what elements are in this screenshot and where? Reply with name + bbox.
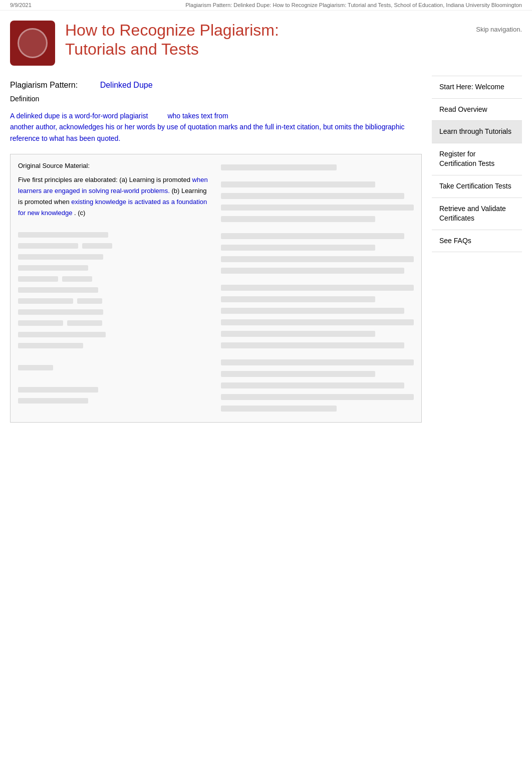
sidebar-item-take-tests[interactable]: Take Certification Tests	[432, 175, 522, 198]
definition-text: A delinked dupe is a word-for-word plagi…	[10, 110, 422, 144]
sidebar: Start Here: Welcome Read Overview Learn …	[432, 71, 522, 433]
sidebar-item-register-certification[interactable]: Register for Certification Tests	[432, 143, 522, 175]
definition-label: Definition	[10, 95, 422, 103]
logo	[10, 21, 55, 66]
sidebar-item-learn-tutorials[interactable]: Learn through Tutorials	[432, 121, 522, 143]
right-column	[221, 162, 414, 415]
page-title-bar: Plagiarism Pattern: Delinked Dupe: How t…	[185, 2, 522, 8]
date: 9/9/2021	[10, 2, 32, 8]
header-title: How to Recognize Plagiarism: Tutorials a…	[65, 21, 522, 59]
sidebar-item-read-overview[interactable]: Read Overview	[432, 99, 522, 121]
source-text: Five first principles are elaborated: (a…	[18, 174, 211, 407]
skip-navigation[interactable]: Skip navigation.	[476, 26, 522, 33]
content-area: Plagiarism Pattern: Delinked Dupe Defini…	[10, 71, 422, 433]
pattern-title: Plagiarism Pattern: Delinked Dupe	[10, 81, 422, 90]
source-box: Original Source Material: Five first pri…	[10, 154, 422, 423]
sidebar-item-retrieve-certificates[interactable]: Retrieve and Validate Certificates	[432, 198, 522, 230]
left-column: Original Source Material: Five first pri…	[18, 162, 211, 415]
title-line2: Tutorials and Tests	[65, 40, 199, 58]
sidebar-item-start-here[interactable]: Start Here: Welcome	[432, 76, 522, 99]
sidebar-item-faqs[interactable]: See FAQs	[432, 230, 522, 253]
title-line1: How to Recognize Plagiarism:	[65, 21, 279, 39]
pattern-link[interactable]: Delinked Dupe	[100, 81, 153, 89]
who-takes-text-link[interactable]: who takes text from	[167, 112, 228, 120]
word-for-word-link[interactable]: word-for-word plagiarist	[75, 112, 148, 120]
original-source-label: Original Source Material:	[18, 162, 211, 169]
top-bar: 9/9/2021 Plagiarism Pattern: Delinked Du…	[0, 0, 532, 11]
header-area: How to Recognize Plagiarism: Tutorials a…	[0, 11, 532, 71]
